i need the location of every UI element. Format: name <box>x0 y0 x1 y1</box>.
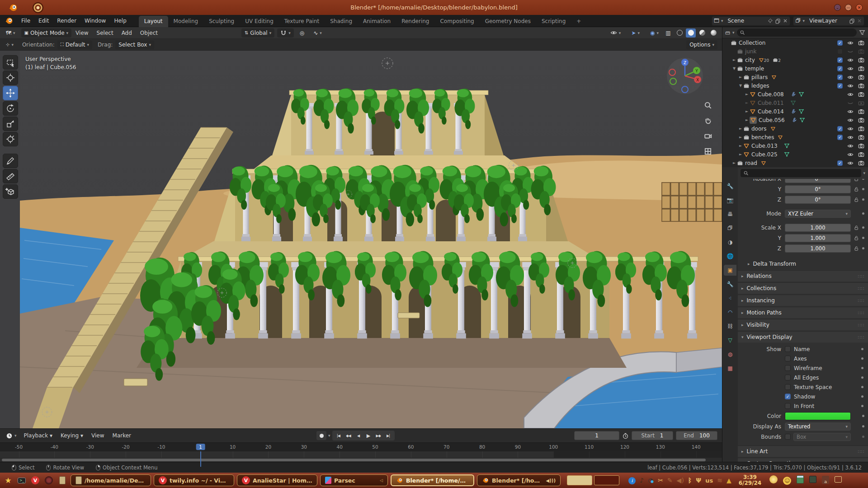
outliner-item-temple[interactable]: ▼temple✓ <box>722 64 868 73</box>
dictionary-icon[interactable]: a <box>822 476 829 485</box>
visibility-eye-icon[interactable] <box>847 83 854 89</box>
render-camera-icon[interactable] <box>858 66 864 72</box>
exclude-checkbox[interactable] <box>837 49 843 54</box>
properties-tab-object-data[interactable]: ▽ <box>724 335 736 346</box>
pager-desktop-1[interactable] <box>567 475 592 485</box>
jump-to-end-button[interactable]: ▶| <box>384 432 393 440</box>
tool-cursor-button[interactable] <box>3 70 18 85</box>
taskbar-window--home-amalie-des-[interactable]: /home/amalie/Des... <box>71 474 151 486</box>
mode-selector[interactable]: ▣ Object Mode▾ <box>21 28 72 38</box>
visibility-eye-icon[interactable] <box>847 66 854 72</box>
properties-tab-constraints[interactable]: ⛓ <box>724 321 736 332</box>
show-desktop-icon[interactable] <box>835 476 842 484</box>
menu-render[interactable]: Render <box>53 16 80 26</box>
timeline-track-area[interactable] <box>0 451 722 458</box>
render-camera-icon[interactable] <box>858 117 864 123</box>
status-icon[interactable]: ◔● <box>648 477 654 484</box>
pager-desktop-2[interactable] <box>594 475 619 485</box>
copy-icon[interactable] <box>849 18 855 24</box>
current-frame-field[interactable]: 1 <box>574 431 619 440</box>
close-icon[interactable] <box>783 18 788 23</box>
arrow-up-icon[interactable]: ▲ <box>726 477 731 484</box>
in front-checkbox[interactable] <box>785 403 791 409</box>
launcher-file-manager-icon[interactable] <box>57 475 68 486</box>
zoom-icon[interactable] <box>704 101 712 109</box>
lock-icon[interactable] <box>854 246 859 251</box>
outliner-item-junk[interactable]: junk <box>722 47 868 56</box>
start-frame-field[interactable]: Start1 <box>632 431 673 440</box>
axes-checkbox[interactable] <box>785 356 791 361</box>
rotation-z-field[interactable]: 0° <box>785 196 851 204</box>
visibility-eye-icon[interactable] <box>847 151 854 158</box>
expander-icon[interactable]: ► <box>731 58 737 62</box>
properties-tab-render[interactable]: 📷 <box>724 195 736 206</box>
launcher-vivaldi-icon[interactable]: V <box>30 475 41 486</box>
menu-file[interactable]: File <box>17 16 34 26</box>
rotation-x-field[interactable]: 0° <box>785 179 851 183</box>
render-camera-icon[interactable] <box>858 48 864 55</box>
pin-icon[interactable] <box>767 18 773 24</box>
shading-material-button[interactable] <box>697 28 707 38</box>
visibility-eye-icon[interactable] <box>847 117 854 123</box>
properties-search-input[interactable] <box>741 169 861 177</box>
playhead[interactable]: 1 <box>196 444 205 450</box>
taskbar-clock[interactable]: 3:396/29/24 <box>739 474 762 486</box>
lock-icon[interactable] <box>854 235 859 241</box>
render-camera-icon[interactable] <box>858 160 864 166</box>
previous-frame-button[interactable]: ◀ <box>354 432 363 440</box>
bounds-checkbox[interactable] <box>785 434 791 440</box>
properties-tab-output[interactable]: 🖶 <box>724 209 736 220</box>
lock-icon[interactable] <box>854 179 859 182</box>
properties-tab-material[interactable]: ◍ <box>724 349 736 360</box>
exclude-checkbox[interactable]: ✓ <box>837 135 843 140</box>
render-camera-icon[interactable] <box>858 100 864 106</box>
scale-z-field[interactable]: 1.000 <box>785 244 851 253</box>
taskbar-window-analiestar-home-[interactable]: VAnalieStar | Home ... <box>237 474 317 486</box>
properties-tab-tool[interactable]: 🔧 <box>724 181 736 192</box>
render-camera-icon[interactable] <box>858 74 864 80</box>
outliner-item-ledges[interactable]: ▼ledges✓ <box>722 81 868 90</box>
xray-toggle[interactable]: ▥ <box>663 28 673 38</box>
shading-wireframe-button[interactable] <box>675 28 684 38</box>
close-icon[interactable] <box>857 18 862 23</box>
pan-hand-icon[interactable] <box>704 117 712 125</box>
render-camera-icon[interactable] <box>858 143 864 149</box>
pen-icon[interactable]: ✎ <box>667 477 673 484</box>
timeline-menu-playback[interactable]: Playback ▾ <box>20 431 57 441</box>
grid-toggle-icon[interactable] <box>704 147 712 155</box>
tool-move-button[interactable] <box>3 86 18 100</box>
visibility-eye-icon[interactable] <box>847 134 854 141</box>
auto-key-button[interactable] <box>316 431 326 440</box>
play-button[interactable]: ▶ <box>364 432 373 440</box>
render-camera-icon[interactable] <box>858 134 864 141</box>
viewlayer-selector[interactable]: 🗇▾ ViewLayer <box>793 16 864 26</box>
tool-scale-button[interactable] <box>3 117 18 131</box>
viewport-menu-add[interactable]: Add <box>118 28 136 38</box>
exclude-checkbox[interactable]: ✓ <box>837 83 843 89</box>
properties-tab-scene[interactable]: ◑ <box>724 237 736 248</box>
notes-icon[interactable] <box>809 476 816 485</box>
menu-window[interactable]: Window <box>80 16 110 26</box>
exclude-checkbox[interactable]: ✓ <box>837 40 843 46</box>
outliner-item-city[interactable]: ►city202✓ <box>722 56 868 64</box>
proportional-editing-toggle[interactable]: ◎ <box>297 28 307 38</box>
visibility-eye-icon[interactable] <box>847 100 854 106</box>
outliner-item-road[interactable]: ►road✓ <box>722 159 868 167</box>
options-dropdown[interactable]: Options▾ <box>686 40 717 49</box>
shade-button[interactable]: ⌄ <box>834 4 841 11</box>
shading-rendered-button[interactable] <box>708 28 718 38</box>
render-camera-icon[interactable] <box>858 108 864 115</box>
next-keyframe-button[interactable]: ▶◆ <box>374 432 383 440</box>
gizmos-dropdown[interactable]: ➤▾ <box>628 28 643 38</box>
close-button[interactable]: ✕ <box>856 4 863 11</box>
properties-tab-world[interactable]: 🌐 <box>724 251 736 262</box>
filter-icon[interactable] <box>859 29 865 36</box>
exclude-checkbox[interactable]: ✓ <box>837 75 843 80</box>
visibility-eye-icon[interactable] <box>847 57 854 63</box>
navigation-gizmo[interactable]: Z Y X <box>666 57 704 95</box>
rotation-y-field[interactable]: 0° <box>785 185 851 193</box>
section-collections[interactable]: ▸Collections∷∷ <box>738 282 868 294</box>
wireframe-checkbox[interactable] <box>785 365 791 371</box>
visibility-eye-icon[interactable] <box>847 40 854 46</box>
minimize-button[interactable]: — <box>845 4 852 11</box>
